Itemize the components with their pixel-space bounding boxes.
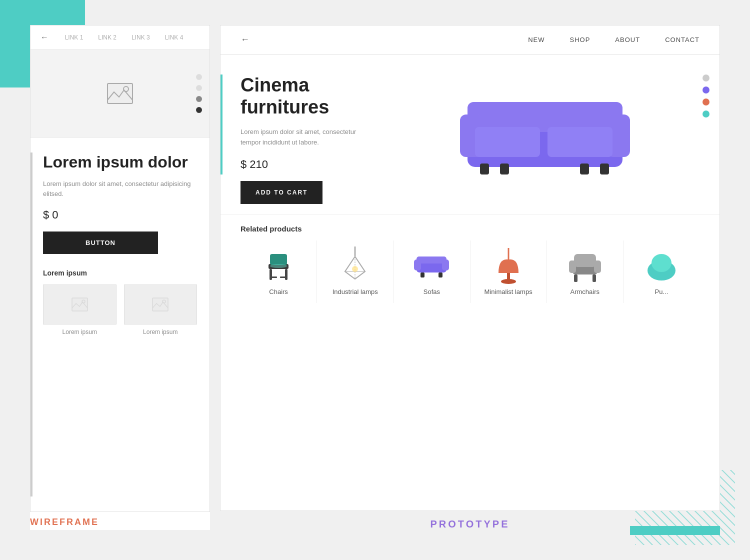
proto-color-dots <box>702 74 710 118</box>
proto-product-card: Cinema furnitures Lorem ipsum dolor sit … <box>220 54 720 511</box>
proto-product-info: Cinema furnitures Lorem ipsum dolor sit … <box>240 74 370 204</box>
proto-nav-new[interactable]: NEW <box>528 36 544 44</box>
related-products-grid: Chairs <box>240 240 700 303</box>
related-products-title: Related products <box>240 224 700 233</box>
color-dot-gray[interactable] <box>702 74 710 82</box>
wireframe-label-text: WIREFRAME <box>30 517 99 527</box>
wireframe-product-description: Lorem ipsum dolor sit amet, consectetur … <box>43 179 197 198</box>
wireframe-thumb-label-1: Lorem ipsum <box>62 328 97 336</box>
wireframe-add-button[interactable]: BUTTON <box>43 232 158 254</box>
teal-bottom-decoration <box>630 526 720 535</box>
wireframe-hero-image <box>30 50 210 137</box>
proto-nav-shop[interactable]: SHOP <box>570 36 590 44</box>
related-item-min-lamps[interactable]: Minimalist lamps <box>470 240 547 303</box>
wireframe-back-button[interactable]: ← <box>40 33 48 42</box>
proto-product-image <box>390 74 700 180</box>
wireframe-product-card: Lorem ipsum dolor Lorem ipsum dolor sit … <box>30 137 210 512</box>
related-item-partial-img <box>639 248 684 283</box>
svg-rect-33 <box>420 272 424 278</box>
dot-2 <box>196 85 202 91</box>
armchairs-icon <box>565 246 605 284</box>
wireframe-related-title: Lorem ipsum <box>43 269 197 277</box>
color-dot-purple[interactable] <box>702 86 710 94</box>
svg-rect-31 <box>414 260 421 270</box>
related-item-armchairs[interactable]: Armchairs <box>547 240 624 303</box>
wireframe-left-bar <box>30 152 32 496</box>
svg-rect-14 <box>580 164 589 174</box>
svg-rect-19 <box>270 269 272 280</box>
wireframe-product-price: $ 0 <box>43 208 197 222</box>
svg-rect-17 <box>270 254 287 265</box>
sofa-illustration <box>452 74 638 180</box>
svg-rect-39 <box>574 254 596 267</box>
related-products-section: Related products <box>220 214 720 313</box>
svg-rect-20 <box>285 269 288 280</box>
svg-point-18 <box>270 264 287 268</box>
prototype-label-text: PROTOTYPE <box>430 518 510 530</box>
svg-rect-22 <box>280 276 288 278</box>
svg-rect-12 <box>480 164 489 174</box>
related-item-min-lamps-label: Minimalist lamps <box>484 288 532 296</box>
wireframe-thumbnails: Lorem ipsum Lorem ipsum <box>43 284 197 336</box>
svg-rect-34 <box>438 272 442 278</box>
related-item-lamps[interactable]: Industrial lamps <box>317 240 394 303</box>
wireframe-panel: ← LINK 1 LINK 2 LINK 3 LINK 4 <box>30 25 210 530</box>
wireframe-product-title: Lorem ipsum dolor <box>43 152 197 172</box>
wireframe-thumb-label-2: Lorem ipsum <box>143 328 178 336</box>
proto-nav: ← NEW SHOP ABOUT CONTACT <box>220 25 720 54</box>
proto-nav-about[interactable]: ABOUT <box>615 36 640 44</box>
industrial-lamp-icon <box>338 246 372 284</box>
wireframe-link-4[interactable]: LINK 4 <box>165 34 184 41</box>
wireframe-label-section: WIREFRAME <box>30 512 210 530</box>
svg-rect-13 <box>500 164 509 174</box>
svg-rect-42 <box>574 274 578 282</box>
svg-rect-2 <box>72 298 88 311</box>
chairs-icon <box>261 249 296 282</box>
svg-rect-15 <box>600 164 609 174</box>
svg-rect-21 <box>270 276 277 278</box>
proto-back-button[interactable]: ← <box>240 34 250 45</box>
wireframe-thumb-1: Lorem ipsum <box>43 284 116 336</box>
proto-main-content: Cinema furnitures Lorem ipsum dolor sit … <box>220 54 720 214</box>
svg-point-28 <box>352 266 358 272</box>
svg-rect-37 <box>507 273 510 282</box>
dot-3 <box>196 96 202 102</box>
proto-nav-contact[interactable]: CONTACT <box>665 36 700 44</box>
related-item-armchairs-label: Armchairs <box>570 288 600 296</box>
svg-rect-4 <box>152 298 168 311</box>
svg-rect-41 <box>594 260 601 273</box>
wireframe-link-3[interactable]: LINK 3 <box>132 34 150 41</box>
proto-product-title: Cinema furnitures <box>240 74 370 118</box>
wireframe-link-2[interactable]: LINK 2 <box>98 34 116 41</box>
related-item-lamps-label: Industrial lamps <box>332 288 378 296</box>
related-item-armchairs-img <box>562 248 608 283</box>
wireframe-thumb-img-1 <box>43 284 116 324</box>
related-item-sofas-img <box>409 248 454 283</box>
wireframe-link-1[interactable]: LINK 1 <box>65 34 84 41</box>
related-item-partial-label: Pu... <box>655 288 668 296</box>
svg-point-45 <box>652 254 672 272</box>
color-dot-coral[interactable] <box>702 98 710 106</box>
svg-rect-43 <box>592 274 596 282</box>
svg-rect-0 <box>108 84 132 104</box>
prototype-section: ← NEW SHOP ABOUT CONTACT Cinema furnitur… <box>220 25 720 530</box>
wireframe-thumb-img-2 <box>124 284 198 324</box>
proto-add-to-cart-button[interactable]: ADD TO CART <box>240 181 322 204</box>
related-item-chairs-img <box>256 248 301 283</box>
color-dot-teal[interactable] <box>702 110 710 118</box>
proto-left-bar <box>220 74 222 174</box>
wireframe-nav: ← LINK 1 LINK 2 LINK 3 LINK 4 <box>30 25 210 50</box>
related-item-min-lamps-img <box>486 248 531 283</box>
related-item-chairs[interactable]: Chairs <box>240 240 317 303</box>
svg-rect-40 <box>569 260 576 273</box>
related-item-sofas[interactable]: Sofas <box>394 240 470 303</box>
proto-product-description: Lorem ipsum dolor sit amet, consectetur … <box>240 127 370 148</box>
partial-item-icon <box>644 248 679 283</box>
wireframe-nav-links: LINK 1 LINK 2 LINK 3 LINK 4 <box>65 34 184 41</box>
wireframe-hero-dots <box>196 74 202 113</box>
related-item-chairs-label: Chairs <box>269 288 288 296</box>
related-item-partial[interactable]: Pu... <box>624 240 700 303</box>
dot-4 <box>196 107 202 113</box>
svg-rect-32 <box>442 260 449 270</box>
wireframe-thumb-2: Lorem ipsum <box>124 284 198 336</box>
